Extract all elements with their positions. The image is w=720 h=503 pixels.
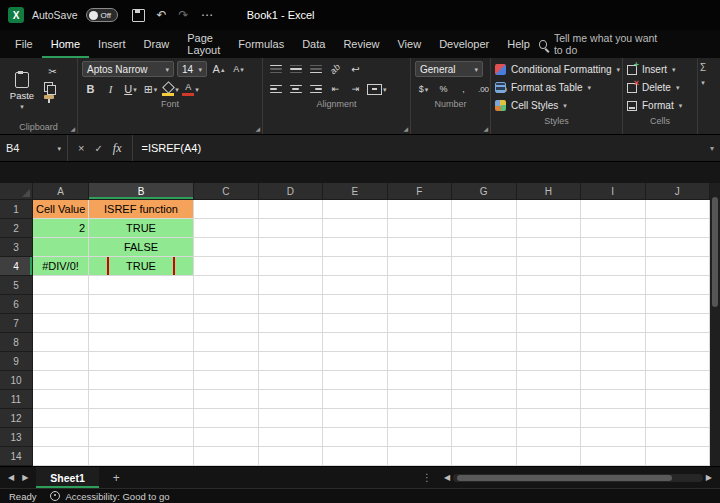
sheet-tab-sheet1[interactable]: Sheet1 (36, 467, 98, 488)
previous-sheet-icon[interactable]: ◀ (8, 473, 14, 482)
underline-button[interactable]: U▾ (122, 81, 139, 97)
cell-B11[interactable] (89, 390, 194, 409)
cell-F2[interactable] (388, 219, 453, 238)
wrap-text-button[interactable]: ↩ (347, 61, 364, 77)
cell-E11[interactable] (323, 390, 388, 409)
cell-D9[interactable] (259, 352, 324, 371)
cell-I10[interactable] (581, 371, 646, 390)
menu-tab-page-layout[interactable]: Page Layout (178, 30, 229, 58)
cell-J7[interactable] (646, 314, 711, 333)
cell-H9[interactable] (517, 352, 582, 371)
sheet-options-icon[interactable]: ⋮ (418, 472, 436, 483)
cell-F7[interactable] (388, 314, 453, 333)
cell-styles-button[interactable]: Cell Styles ▾ (495, 97, 618, 114)
cell-H10[interactable] (517, 371, 582, 390)
cell-C13[interactable] (194, 428, 259, 447)
row-header-8[interactable]: 8 (0, 333, 33, 352)
cell-C8[interactable] (194, 333, 259, 352)
fill-color-button[interactable]: ▾ (162, 81, 179, 97)
column-header-f[interactable]: F (388, 183, 453, 200)
cell-I7[interactable] (581, 314, 646, 333)
tell-me-search[interactable]: Tell me what you want to do (539, 30, 714, 58)
cell-D1[interactable] (259, 200, 324, 219)
cell-A13[interactable] (33, 428, 89, 447)
redo-icon[interactable]: ↷ (179, 9, 189, 21)
column-header-d[interactable]: D (259, 183, 324, 200)
cell-C2[interactable] (194, 219, 259, 238)
cell-J3[interactable] (646, 238, 711, 257)
cell-C12[interactable] (194, 409, 259, 428)
cell-H11[interactable] (517, 390, 582, 409)
menu-tab-file[interactable]: File (6, 30, 42, 58)
enter-formula-icon[interactable]: ✓ (94, 143, 102, 154)
row-header-4[interactable]: 4 (0, 257, 33, 276)
autosave-toggle[interactable]: Off (86, 8, 118, 22)
cell-D2[interactable] (259, 219, 324, 238)
row-header-6[interactable]: 6 (0, 295, 33, 314)
cell-B2[interactable]: TRUE (89, 219, 194, 238)
cell-D13[interactable] (259, 428, 324, 447)
cell-C3[interactable] (194, 238, 259, 257)
column-header-e[interactable]: E (323, 183, 388, 200)
cell-H3[interactable] (517, 238, 582, 257)
cell-H8[interactable] (517, 333, 582, 352)
row-header-2[interactable]: 2 (0, 219, 33, 238)
decrease-indent-button[interactable]: ⇤ (327, 81, 344, 97)
autosum-icon[interactable]: Σ (700, 62, 706, 73)
cell-A9[interactable] (33, 352, 89, 371)
cell-J6[interactable] (646, 295, 711, 314)
font-dialog-launcher-icon[interactable]: ◢ (255, 125, 260, 132)
row-header-12[interactable]: 12 (0, 409, 33, 428)
row-header-1[interactable]: 1 (0, 200, 33, 219)
menu-tab-data[interactable]: Data (293, 30, 334, 58)
cell-D5[interactable] (259, 276, 324, 295)
cell-C4[interactable] (194, 257, 259, 276)
cell-G1[interactable] (452, 200, 517, 219)
cell-B13[interactable] (89, 428, 194, 447)
grow-font-button[interactable]: A▴ (210, 61, 227, 77)
cell-A14[interactable] (33, 447, 89, 466)
cell-G3[interactable] (452, 238, 517, 257)
cell-E1[interactable] (323, 200, 388, 219)
cell-B5[interactable] (89, 276, 194, 295)
cell-G11[interactable] (452, 390, 517, 409)
cell-D10[interactable] (259, 371, 324, 390)
cell-A12[interactable] (33, 409, 89, 428)
comma-style-button[interactable]: , (455, 81, 472, 97)
cell-D12[interactable] (259, 409, 324, 428)
vertical-scrollbar[interactable] (710, 183, 720, 466)
cell-E3[interactable] (323, 238, 388, 257)
cell-D4[interactable] (259, 257, 324, 276)
cell-G9[interactable] (452, 352, 517, 371)
cell-B4[interactable]: TRUE (89, 257, 194, 276)
cell-D14[interactable] (259, 447, 324, 466)
row-header-11[interactable]: 11 (0, 390, 33, 409)
cell-G2[interactable] (452, 219, 517, 238)
menu-tab-review[interactable]: Review (334, 30, 388, 58)
font-color-button[interactable]: A ▾ (182, 81, 199, 97)
cell-G14[interactable] (452, 447, 517, 466)
cell-I2[interactable] (581, 219, 646, 238)
cell-J11[interactable] (646, 390, 711, 409)
cell-J5[interactable] (646, 276, 711, 295)
cell-F13[interactable] (388, 428, 453, 447)
column-header-h[interactable]: H (517, 183, 582, 200)
accessibility-status[interactable]: Accessibility: Good to go (50, 491, 169, 502)
horizontal-scrollbar-thumb[interactable] (457, 475, 672, 481)
cell-A3[interactable] (33, 238, 89, 257)
column-header-j[interactable]: J (646, 183, 711, 200)
number-dialog-launcher-icon[interactable]: ◢ (483, 125, 488, 132)
delete-cells-button[interactable]: Delete ▾ (627, 79, 693, 96)
increase-decimal-button[interactable]: .00 (475, 81, 492, 97)
format-as-table-button[interactable]: Format as Table ▾ (495, 79, 618, 96)
cell-C14[interactable] (194, 447, 259, 466)
insert-cells-button[interactable]: Insert ▾ (627, 61, 693, 78)
menu-tab-help[interactable]: Help (498, 30, 539, 58)
cell-H12[interactable] (517, 409, 582, 428)
paste-button[interactable]: Paste ▾ (4, 61, 40, 120)
cell-I11[interactable] (581, 390, 646, 409)
cell-A2[interactable]: 2 (33, 219, 89, 238)
menu-tab-draw[interactable]: Draw (135, 30, 179, 58)
cell-I4[interactable] (581, 257, 646, 276)
cell-B1[interactable]: ISREF function (89, 200, 194, 219)
